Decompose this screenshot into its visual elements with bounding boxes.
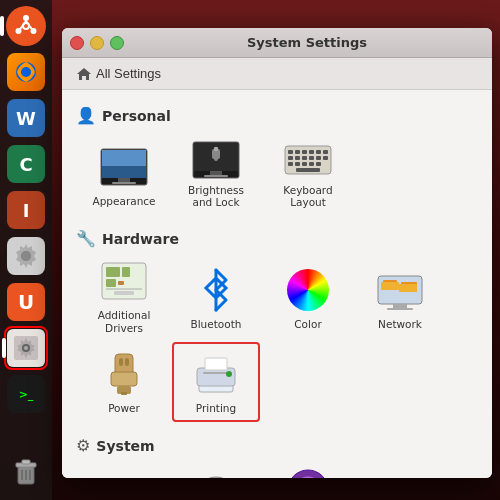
svg-rect-59 [393, 304, 407, 308]
power-item[interactable]: Power [80, 342, 168, 422]
calc-icon: C [19, 154, 32, 175]
launcher-item-trash[interactable] [4, 450, 48, 494]
management-icon [284, 468, 332, 478]
keyboard-icon [284, 141, 332, 180]
bluetooth-svg-icon [198, 268, 234, 312]
power-label: Power [108, 402, 140, 415]
brightness-label: Brightness and Lock [178, 184, 254, 209]
ubuntu-logo-icon [12, 12, 40, 40]
drivers-svg-icon [100, 261, 148, 305]
svg-rect-39 [288, 156, 293, 160]
brightness-item[interactable]: Brightness and Lock [172, 135, 260, 215]
bluetooth-icon [192, 266, 240, 314]
launcher-item-terminal[interactable]: >_ [4, 372, 48, 416]
drivers-item[interactable]: Additional Drivers [80, 258, 168, 338]
personal-section-title: Personal [102, 108, 171, 124]
settings-content: 👤 Personal Appearance [62, 90, 492, 478]
personal-section-icon: 👤 [76, 106, 96, 125]
launcher-item-ubuntu[interactable] [4, 4, 48, 48]
svg-rect-44 [323, 156, 328, 160]
svg-rect-27 [210, 171, 222, 175]
keyboard-label: Keyboard Layout [270, 184, 346, 209]
network-svg-icon [377, 268, 423, 312]
svg-rect-62 [381, 282, 399, 290]
printing-svg-icon [193, 352, 239, 396]
keyboard-svg-icon [284, 142, 332, 178]
svg-rect-35 [302, 150, 307, 154]
svg-rect-67 [125, 358, 129, 366]
system-settings-icon [12, 334, 40, 362]
svg-rect-15 [22, 460, 30, 464]
minimize-button[interactable] [90, 36, 104, 50]
svg-rect-33 [288, 150, 293, 154]
svg-point-8 [21, 251, 31, 261]
color-icon [284, 266, 332, 314]
svg-rect-73 [203, 372, 229, 374]
svg-rect-49 [316, 162, 321, 166]
svg-rect-42 [309, 156, 314, 160]
brightness-svg-icon [192, 141, 240, 179]
svg-rect-72 [197, 368, 235, 386]
power-svg-icon [103, 352, 145, 396]
network-label: Network [378, 318, 422, 331]
svg-rect-66 [119, 358, 123, 366]
svg-rect-48 [309, 162, 314, 166]
svg-rect-38 [323, 150, 328, 154]
svg-rect-47 [302, 162, 307, 166]
drivers-label: Additional Drivers [86, 309, 162, 334]
backup-item[interactable]: Backup [80, 465, 168, 478]
svg-rect-45 [288, 162, 293, 166]
details-svg-icon [194, 475, 238, 478]
gear-settings-icon [11, 241, 41, 271]
network-item[interactable]: Network [356, 258, 444, 338]
svg-rect-52 [106, 267, 120, 277]
svg-rect-46 [295, 162, 300, 166]
launcher-item-gear[interactable] [4, 234, 48, 278]
svg-rect-55 [118, 281, 124, 285]
personal-grid: Appearance Brightness and Lock [76, 135, 478, 215]
svg-point-1 [23, 15, 29, 21]
bluetooth-item[interactable]: Bluetooth [172, 258, 260, 338]
printing-item[interactable]: Printing [172, 342, 260, 422]
launcher-item-firefox[interactable] [4, 50, 48, 94]
power-icon [100, 350, 148, 398]
management-item[interactable]: Management Service [264, 465, 352, 478]
details-icon [192, 473, 240, 478]
launcher-item-writer[interactable]: W [4, 96, 48, 140]
hardware-section-header: 🔧 Hardware [76, 229, 478, 248]
close-button[interactable] [70, 36, 84, 50]
launcher-item-ubuntuone[interactable]: U [4, 280, 48, 324]
launcher-item-calc[interactable]: C [4, 142, 48, 186]
keyboard-item[interactable]: Keyboard Layout [264, 135, 352, 215]
all-settings-label: All Settings [96, 66, 161, 81]
system-grid: Backup Details [76, 465, 478, 478]
launcher-item-impress[interactable]: I [4, 188, 48, 232]
svg-rect-30 [214, 147, 218, 151]
svg-rect-36 [309, 150, 314, 154]
hardware-section-icon: 🔧 [76, 229, 96, 248]
svg-rect-43 [316, 156, 321, 160]
svg-point-12 [24, 346, 28, 350]
hardware-grid: Additional Drivers Bluetooth Color [76, 258, 478, 422]
svg-point-78 [196, 477, 236, 478]
all-settings-button[interactable]: All Settings [70, 64, 167, 84]
svg-point-6 [21, 67, 31, 77]
trash-icon [12, 456, 40, 488]
svg-point-31 [214, 157, 218, 161]
appearance-icon [100, 143, 148, 191]
svg-point-81 [288, 470, 328, 478]
svg-rect-60 [387, 308, 413, 310]
svg-marker-19 [77, 68, 91, 80]
svg-rect-41 [302, 156, 307, 160]
details-item[interactable]: Details [172, 465, 260, 478]
launcher-item-sysset[interactable] [4, 326, 48, 370]
launcher: W C I U [0, 0, 52, 500]
maximize-button[interactable] [110, 36, 124, 50]
svg-rect-50 [296, 168, 320, 172]
svg-rect-28 [204, 175, 228, 177]
color-label: Color [294, 318, 321, 331]
svg-rect-34 [295, 150, 300, 154]
appearance-item[interactable]: Appearance [80, 135, 168, 215]
svg-rect-74 [205, 358, 227, 370]
color-item[interactable]: Color [264, 258, 352, 338]
